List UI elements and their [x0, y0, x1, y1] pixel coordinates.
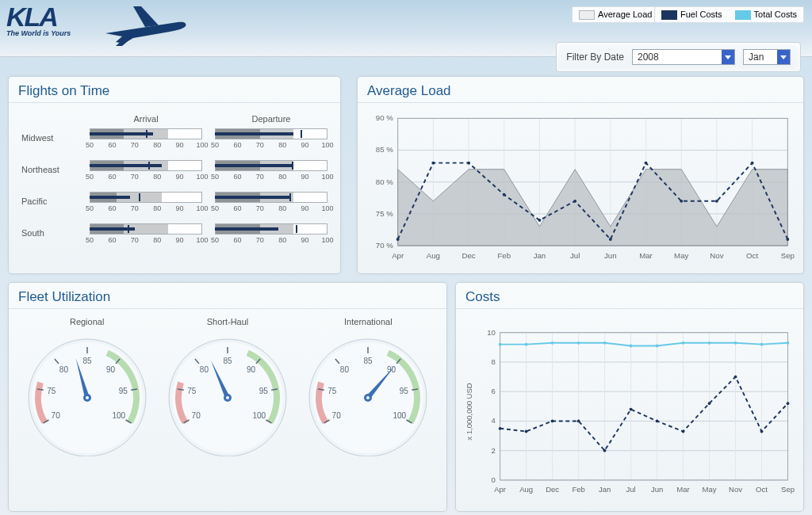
- year-dropdown[interactable]: 2008: [632, 49, 735, 65]
- svg-point-165: [760, 430, 764, 433]
- gauge-shorthaul: 707580859095100: [164, 330, 291, 456]
- svg-text:2: 2: [492, 446, 496, 455]
- svg-text:Dec: Dec: [546, 485, 559, 494]
- bullets-grid: Arrival Departure Midwest506070809010050…: [17, 108, 332, 250]
- svg-text:Apr: Apr: [392, 251, 404, 260]
- svg-point-162: [682, 430, 685, 433]
- svg-text:Mar: Mar: [676, 485, 689, 494]
- svg-text:85: 85: [223, 357, 232, 365]
- col-arrival: Arrival: [90, 114, 202, 124]
- svg-point-41: [573, 200, 576, 203]
- svg-text:95: 95: [118, 387, 128, 395]
- svg-point-40: [538, 219, 542, 222]
- month-value: Jan: [749, 52, 764, 63]
- svg-point-154: [787, 341, 790, 345]
- svg-text:85: 85: [364, 357, 373, 365]
- year-value: 2008: [638, 52, 659, 63]
- svg-point-85: [226, 396, 229, 399]
- region-label: Midwest: [21, 128, 77, 155]
- svg-text:Apr: Apr: [494, 485, 506, 494]
- svg-text:75: 75: [187, 387, 197, 395]
- svg-point-153: [760, 343, 764, 346]
- svg-point-164: [734, 376, 737, 379]
- svg-text:Jul: Jul: [570, 251, 580, 260]
- svg-point-144: [525, 343, 528, 346]
- panel-title: Flights on Time: [9, 77, 340, 103]
- svg-point-156: [525, 430, 528, 433]
- svg-text:Jul: Jul: [626, 485, 635, 494]
- svg-marker-35: [398, 170, 788, 246]
- month-dropdown[interactable]: Jan: [743, 49, 791, 65]
- svg-text:Mar: Mar: [639, 251, 653, 260]
- svg-point-42: [609, 238, 612, 241]
- svg-text:70: 70: [332, 411, 342, 420]
- svg-text:75: 75: [47, 387, 56, 395]
- svg-text:100: 100: [112, 411, 125, 420]
- svg-point-158: [577, 420, 580, 423]
- svg-point-163: [708, 402, 711, 405]
- bullet-chart: 5060708090100: [90, 160, 202, 187]
- bullet-chart: 5060708090100: [90, 128, 202, 155]
- filter-bar: Filter By Date 2008 Jan: [556, 42, 801, 72]
- svg-text:Aug: Aug: [519, 485, 533, 494]
- svg-text:x 1,000,000 USD: x 1,000,000 USD: [465, 383, 473, 440]
- panel-title: Fleet Utilization: [9, 283, 446, 309]
- col-departure: Departure: [215, 114, 327, 124]
- region-label: South: [21, 223, 77, 250]
- svg-text:80: 80: [200, 365, 209, 374]
- svg-point-147: [603, 341, 607, 345]
- svg-text:80 %: 80 %: [376, 177, 393, 186]
- fleet-panel: Fleet Utilization Regional70758085909510…: [8, 282, 447, 512]
- flights-panel: Flights on Time Arrival Departure Midwes…: [8, 76, 341, 274]
- avgload-chart: 70 %75 %80 %85 %90 %AprAugDecFebJanJulJu…: [366, 108, 795, 267]
- svg-text:70: 70: [51, 411, 60, 420]
- svg-rect-142: [500, 333, 788, 480]
- bullet-chart: 5060708090100: [215, 192, 327, 219]
- bullet-chart: 5060708090100: [90, 192, 202, 219]
- bullet-chart: 5060708090100: [215, 160, 327, 187]
- svg-point-157: [551, 420, 554, 423]
- svg-text:Sep: Sep: [781, 251, 795, 260]
- gauge-international: 707580859095100: [304, 330, 431, 456]
- svg-text:Nov: Nov: [729, 485, 742, 494]
- svg-text:80: 80: [59, 365, 69, 374]
- svg-text:90 %: 90 %: [376, 113, 393, 122]
- svg-text:Feb: Feb: [572, 485, 584, 494]
- svg-point-152: [734, 341, 737, 345]
- svg-text:75 %: 75 %: [376, 209, 393, 218]
- svg-text:75: 75: [327, 387, 337, 395]
- avgload-panel: Average Load Average Load Factor Breakev…: [357, 76, 804, 274]
- svg-text:95: 95: [259, 387, 269, 395]
- panel-title: Costs: [456, 283, 803, 309]
- svg-text:70: 70: [192, 411, 201, 420]
- svg-point-44: [680, 200, 683, 203]
- svg-text:6: 6: [492, 387, 496, 395]
- svg-text:Jun: Jun: [651, 485, 663, 494]
- svg-text:70 %: 70 %: [376, 241, 393, 250]
- svg-text:Dec: Dec: [462, 251, 475, 260]
- bullet-chart: 5060708090100: [215, 223, 327, 250]
- dashboard-grid: Flights on Time Arrival Departure Midwes…: [0, 57, 812, 515]
- svg-text:95: 95: [400, 387, 409, 395]
- gauge-regional: 707580859095100: [24, 330, 151, 456]
- svg-point-160: [630, 408, 633, 411]
- svg-point-145: [551, 341, 554, 345]
- svg-text:90: 90: [247, 365, 256, 374]
- svg-text:85: 85: [82, 357, 92, 365]
- costs-chart: 0246810AprAugDecFebJanJulJunMarMayNovOct…: [464, 314, 795, 509]
- svg-point-37: [431, 162, 435, 165]
- svg-point-36: [396, 238, 400, 241]
- bullet-chart: 5060708090100: [90, 223, 202, 250]
- svg-point-161: [656, 420, 659, 423]
- svg-text:80: 80: [340, 365, 350, 374]
- svg-point-146: [577, 341, 580, 345]
- svg-text:Oct: Oct: [746, 251, 758, 260]
- region-label: Pacific: [21, 192, 77, 219]
- svg-text:4: 4: [492, 416, 496, 425]
- chevron-down-icon: [777, 50, 790, 64]
- svg-text:May: May: [703, 485, 717, 494]
- svg-point-150: [682, 341, 685, 345]
- chevron-down-icon: [722, 50, 734, 64]
- svg-text:8: 8: [492, 357, 496, 366]
- svg-text:Sep: Sep: [781, 485, 795, 494]
